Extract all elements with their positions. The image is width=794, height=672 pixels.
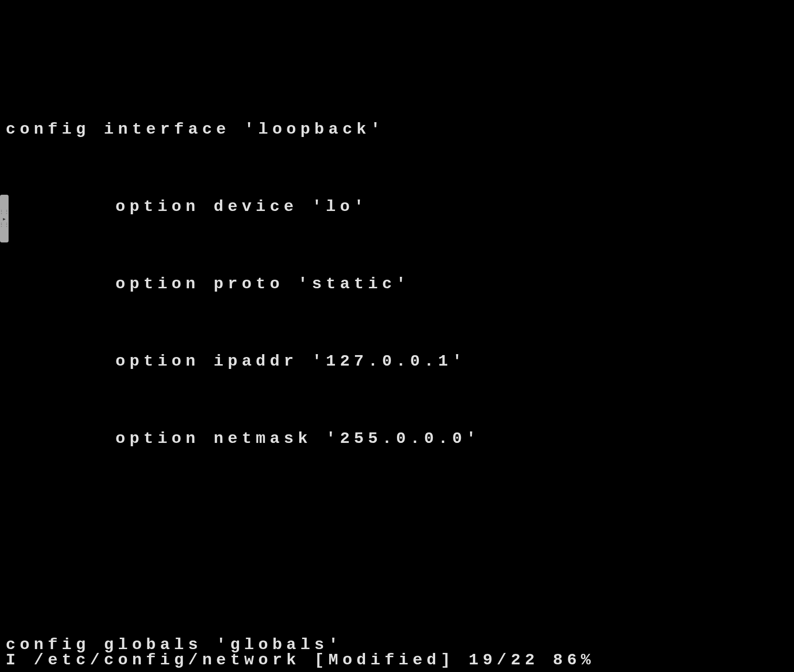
option-line: option proto 'static' <box>6 271 794 297</box>
terminal-editor[interactable]: config interface 'loopback' option devic… <box>0 0 794 672</box>
option-line: option device 'lo' <box>6 194 794 220</box>
option-line: option ipaddr '127.0.0.1' <box>6 348 794 374</box>
config-line: config interface 'loopback' <box>6 116 794 142</box>
editor-status-line: I /etc/config/network [Modified] 19/22 8… <box>6 651 595 669</box>
blank-line <box>6 503 794 529</box>
option-line: option netmask '255.0.0.0' <box>6 426 794 452</box>
